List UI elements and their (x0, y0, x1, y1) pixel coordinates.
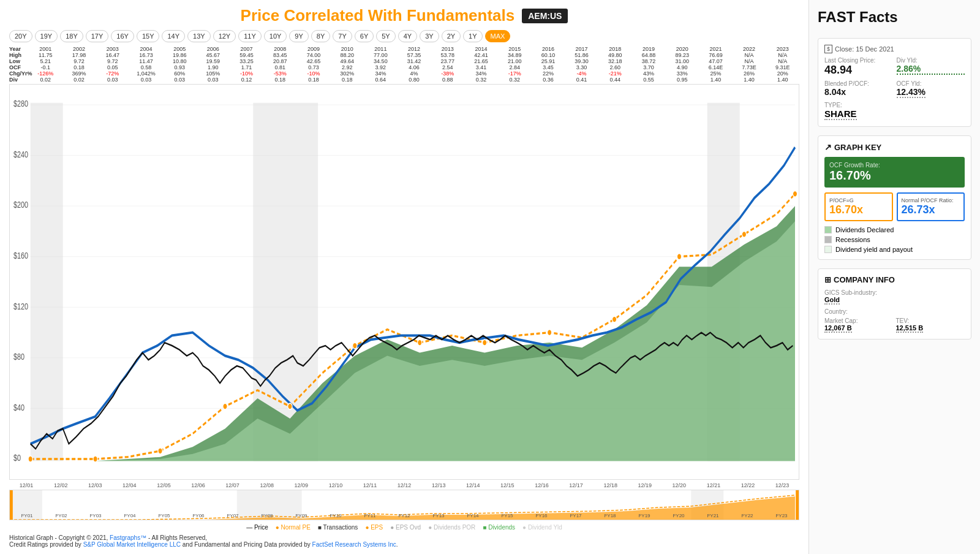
page-title: Price Correlated With Fundamentals (241, 6, 515, 25)
chart-legend: — Price● Normal PE■ Transactions● EPS● E… (9, 524, 799, 531)
fast-facts-title: FAST Facts (818, 9, 971, 26)
time-btn-10y[interactable]: 10Y (264, 30, 287, 42)
title-row: Price Correlated With Fundamentals AEM:U… (9, 6, 799, 25)
recessions-icon (824, 236, 832, 243)
svg-text:$0: $0 (13, 453, 21, 463)
time-btn-11y[interactable]: 11Y (238, 30, 262, 42)
pocfg-box: P/OCF=G 16.70x (824, 192, 893, 221)
time-btn-7y[interactable]: 7Y (333, 30, 352, 42)
svg-text:$280: $280 (13, 99, 28, 109)
time-btn-19y[interactable]: 19Y (35, 30, 58, 42)
sidebar: FAST Facts $ Close: 15 Dec 2021 Last Clo… (809, 0, 980, 554)
legend-item: — Price (246, 524, 268, 531)
svg-point-29 (548, 330, 552, 336)
svg-point-30 (612, 316, 616, 322)
time-btn-2y[interactable]: 2Y (442, 30, 461, 42)
svg-point-28 (483, 340, 487, 346)
company-info-card: ⊞ COMPANY INFO GICS Sub-industry: Gold C… (818, 268, 971, 340)
svg-point-27 (418, 340, 422, 346)
facts-card: $ Close: 15 Dec 2021 Last Closing Price:… (818, 38, 971, 127)
legend-item: ● EPS Ovd (390, 524, 421, 531)
time-btn-17y[interactable]: 17Y (86, 30, 109, 42)
fy-date-row: 12/0112/0212/0312/0412/0512/0612/0712/08… (9, 482, 799, 488)
copyright: Historical Graph - Copyright © 2021, Fas… (9, 534, 799, 548)
time-btn-20y[interactable]: 20Y (9, 30, 32, 42)
data-row-4: Chg/Yr%-126%369%-72%1,042%60%105%-10%-53… (9, 70, 799, 77)
svg-point-23 (158, 448, 162, 454)
time-btn-9y[interactable]: 9Y (289, 30, 308, 42)
time-btn-1y[interactable]: 1Y (463, 30, 482, 42)
chart-svg: $280 $240 $200 $160 $120 $80 $40 $0 (10, 85, 799, 479)
time-btn-3y[interactable]: 3Y (420, 30, 439, 42)
mini-chart: FY01FY02FY03FY04FY05FY06FY07FY08FY09FY10… (9, 490, 799, 520)
chart-area: $280 $240 $200 $160 $120 $80 $40 $0 (9, 84, 799, 480)
data-row-1: High11.7517.9816.4716.7319.8645.6759.458… (9, 52, 799, 58)
svg-point-22 (93, 456, 97, 462)
dividend-yield-payout-icon (824, 246, 832, 253)
legend-item: ● EPS (365, 524, 383, 531)
ratio-grid: P/OCF=G 16.70x Normal P/OCF Ratio: 26.73… (824, 192, 965, 221)
data-row-0: Year200120022003200420052006200720082009… (9, 46, 799, 52)
data-table: Year200120022003200420052006200720082009… (9, 46, 799, 83)
time-btn-12y[interactable]: 12Y (213, 30, 236, 42)
svg-text:$120: $120 (13, 301, 28, 311)
data-row-3: OCF-0.10.180.050.580.931.901.710.810.732… (9, 64, 799, 70)
legend-item: ■ Dividends (483, 524, 515, 531)
close-label: $ Close: 15 Dec 2021 (824, 45, 965, 53)
svg-point-24 (223, 403, 227, 409)
time-btn-8y[interactable]: 8Y (311, 30, 330, 42)
time-btn-max[interactable]: MAX (485, 30, 511, 42)
time-btn-4y[interactable]: 4Y (398, 30, 417, 42)
time-buttons: 20Y19Y18Y17Y16Y15Y14Y13Y12Y11Y10Y9Y8Y7Y6… (9, 30, 799, 42)
normal-ratio-box: Normal P/OCF Ratio: 26.73x (897, 192, 965, 221)
time-btn-13y[interactable]: 13Y (187, 30, 211, 42)
graph-key-legend: Dividends Declared Recessions Dividend y… (824, 226, 965, 253)
growth-rate-box: OCF Growth Rate: 16.70% (824, 157, 965, 188)
time-btn-14y[interactable]: 14Y (162, 30, 185, 42)
time-btn-16y[interactable]: 16Y (111, 30, 134, 42)
svg-rect-16 (31, 103, 63, 461)
time-btn-15y[interactable]: 15Y (137, 30, 160, 42)
legend-item: ● Normal PE (276, 524, 311, 531)
svg-point-26 (353, 343, 357, 349)
main-content: Price Correlated With Fundamentals AEM:U… (0, 0, 809, 554)
data-row-5: Div0.020.020.030.030.030.030.120.180.180… (9, 77, 799, 83)
legend-item: ■ Transactions (318, 524, 358, 531)
svg-point-32 (742, 231, 746, 237)
svg-point-33 (793, 191, 797, 197)
time-btn-6y[interactable]: 6Y (355, 30, 374, 42)
svg-text:$160: $160 (13, 250, 28, 260)
svg-point-21 (28, 456, 32, 462)
dividends-declared-icon (824, 226, 832, 233)
ticker-badge: AEM:US (522, 9, 568, 23)
svg-text:$40: $40 (13, 402, 24, 412)
svg-text:$80: $80 (13, 351, 24, 362)
graph-key-card: ↗ GRAPH KEY OCF Growth Rate: 16.70% P/OC… (818, 135, 971, 260)
data-row-2: Low5.219.729.7211.4710.8019.5933.2520.87… (9, 58, 799, 64)
svg-text:$200: $200 (13, 200, 28, 210)
svg-point-25 (288, 403, 292, 409)
legend-item: ● Dividend Yld (522, 524, 562, 531)
legend-item: ● Dividends POR (428, 524, 475, 531)
svg-point-31 (677, 254, 681, 260)
svg-text:$240: $240 (13, 149, 28, 159)
time-btn-5y[interactable]: 5Y (376, 30, 395, 42)
time-btn-18y[interactable]: 18Y (60, 30, 83, 42)
